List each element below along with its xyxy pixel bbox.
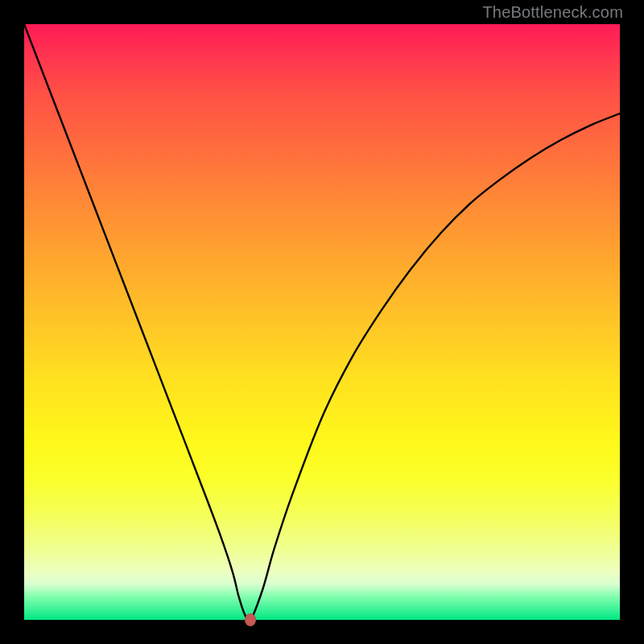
minimum-marker (245, 613, 256, 626)
curve-layer (24, 24, 620, 620)
bottleneck-curve-path (24, 24, 620, 621)
chart-frame: TheBottleneck.com (0, 0, 644, 644)
plot-area (24, 24, 620, 620)
watermark-text: TheBottleneck.com (482, 3, 623, 22)
